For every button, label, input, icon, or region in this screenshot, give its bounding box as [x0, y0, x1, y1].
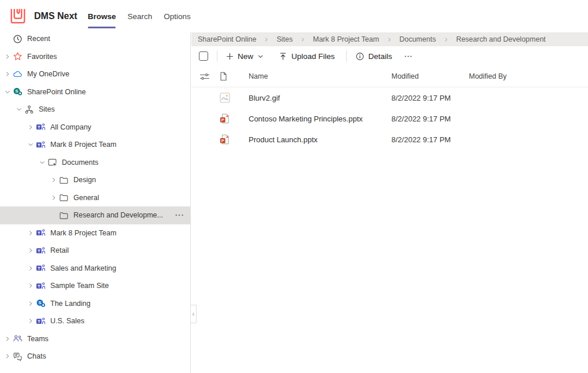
library-icon: [47, 157, 57, 168]
breadcrumb-item-sites[interactable]: Sites: [276, 35, 293, 43]
breadcrumb-item-sharepoint-online[interactable]: SharePoint Online: [198, 35, 256, 43]
sidebar-item-sites[interactable]: Sites: [0, 101, 190, 119]
breadcrumb-item-documents[interactable]: Documents: [400, 35, 436, 43]
toolbar-more-button[interactable]: [404, 52, 413, 61]
sidebar-collapse-button[interactable]: [191, 305, 197, 323]
file-type-column-icon[interactable]: [220, 72, 227, 81]
column-header-modified[interactable]: Modified: [391, 72, 469, 80]
chevron-right-icon[interactable]: [26, 264, 35, 272]
upload-files-button[interactable]: Upload Files: [279, 52, 335, 61]
tab-search[interactable]: Search: [121, 0, 158, 32]
chevron-right-icon[interactable]: [26, 123, 35, 131]
chevron-down-icon[interactable]: [26, 141, 35, 149]
sidebar-item-documents[interactable]: Documents: [0, 154, 190, 172]
details-button[interactable]: Details: [356, 52, 392, 61]
new-button-label: New: [238, 52, 253, 61]
sidebar-item-my-onedrive[interactable]: My OneDrive: [0, 65, 190, 83]
chevron-right-icon[interactable]: [3, 334, 12, 343]
tab-browse[interactable]: Browse: [82, 0, 122, 32]
chevron-down-icon[interactable]: [14, 105, 23, 114]
chevron-right-icon[interactable]: [3, 70, 12, 79]
chevron-right-icon[interactable]: [3, 352, 12, 361]
star-icon: [12, 51, 23, 62]
tab-options[interactable]: Options: [158, 0, 197, 32]
teams-icon: [35, 280, 46, 291]
chevron-right-icon[interactable]: [3, 52, 12, 61]
sidebar-item-chats[interactable]: Chats: [0, 348, 190, 365]
sidebar-item-research-and-developme[interactable]: Research and Developme...···: [0, 206, 190, 224]
breadcrumb-separator-icon: [387, 37, 392, 42]
chevron-right-icon[interactable]: [26, 282, 35, 290]
svg-text:S: S: [38, 300, 42, 305]
breadcrumb-item-research-and-development[interactable]: Research and Development: [456, 35, 546, 43]
sidebar-item-label: Documents: [62, 158, 98, 167]
breadcrumb-item-mark-8-project-team[interactable]: Mark 8 Project Team: [313, 35, 379, 43]
sidebar-item-recent[interactable]: Recent: [0, 32, 190, 48]
new-button[interactable]: New: [226, 52, 264, 61]
powerpoint-file-icon: P: [220, 134, 230, 145]
chevron-right-icon[interactable]: [49, 193, 58, 202]
sidebar-item-the-landing[interactable]: SThe Landing: [0, 295, 190, 313]
breadcrumb-separator-icon: [264, 37, 269, 42]
sidebar-item-teams[interactable]: Teams: [0, 330, 190, 348]
sidebar-item-sales-and-marketing[interactable]: Sales and Marketing: [0, 260, 190, 278]
table-header: Name Modified Modified By: [191, 66, 588, 87]
chevron-right-icon[interactable]: [26, 228, 35, 237]
chevron-down-icon[interactable]: [38, 158, 46, 167]
teams-icon: [35, 263, 46, 274]
teams-icon: [35, 228, 46, 238]
column-header-name[interactable]: Name: [249, 72, 391, 80]
svg-text:P: P: [221, 138, 224, 143]
select-all-checkbox[interactable]: [199, 51, 208, 61]
chevron-right-icon[interactable]: [26, 299, 35, 308]
chat-icon: [12, 351, 23, 361]
chevron-right-icon[interactable]: [49, 176, 58, 184]
sidebar-item-label: The Landing: [50, 300, 91, 308]
file-modified: 8/2/2022 9:17 PM: [391, 115, 469, 123]
app-title: DMS Next: [34, 11, 77, 21]
sidebar-item-retail[interactable]: Retail: [0, 242, 190, 260]
sidebar-item-design[interactable]: Design: [0, 171, 190, 189]
sidebar-item-sharepoint-online[interactable]: SSharePoint Online: [0, 83, 190, 101]
file-name[interactable]: Product Launch.pptx: [249, 135, 391, 144]
sidebar-item-label: Recent: [27, 35, 50, 43]
chevron-left-icon: [191, 309, 195, 319]
details-label: Details: [368, 52, 392, 61]
sidebar-item-label: General: [73, 194, 99, 202]
file-modified: 8/2/2022 9:17 PM: [391, 135, 469, 144]
file-name[interactable]: Contoso Marketing Principles.pptx: [249, 115, 391, 123]
sidebar-item-label: Teams: [27, 335, 49, 343]
file-name[interactable]: Blurv2.gif: [249, 94, 391, 102]
file-row-contoso-marketing-principles-pptx[interactable]: PContoso Marketing Principles.pptx8/2/20…: [191, 108, 588, 129]
folder-icon: [58, 193, 69, 203]
folder-icon: [58, 175, 69, 185]
chevron-right-icon[interactable]: [26, 246, 35, 255]
filter-sliders-icon[interactable]: [199, 72, 210, 81]
chevron-right-icon[interactable]: [26, 317, 35, 326]
file-row-product-launch-pptx[interactable]: PProduct Launch.pptx8/2/2022 9:17 PM: [191, 129, 588, 150]
breadcrumb: SharePoint OnlineSitesMark 8 Project Tea…: [191, 32, 588, 46]
sidebar-item-label: Sites: [39, 105, 55, 113]
sidebar-item-mark-8-project-team[interactable]: Mark 8 Project Team: [0, 136, 190, 154]
dms-logo-icon: [9, 8, 27, 25]
svg-text:P: P: [221, 117, 224, 123]
breadcrumb-separator-icon: [300, 37, 305, 42]
sidebar-item-label: Mark 8 Project Team: [50, 141, 116, 149]
sidebar-item-label: Mark 8 Project Team: [50, 229, 116, 237]
sidebar-item-label: Favorites: [27, 53, 57, 61]
file-row-blurv2-gif[interactable]: Blurv2.gif8/2/2022 9:17 PM: [191, 87, 588, 108]
sidebar-item-general[interactable]: General: [0, 189, 190, 207]
chevron-down-icon: [257, 53, 264, 60]
sidebar-item-sample-team-site[interactable]: Sample Team Site: [0, 277, 190, 295]
sidebar-item-favorites[interactable]: Favorites: [0, 48, 190, 66]
teams-icon: [35, 245, 46, 256]
sidebar-item-label: U.S. Sales: [50, 317, 84, 325]
sidebar-item-mark-8-project-team[interactable]: Mark 8 Project Team: [0, 224, 190, 242]
column-header-modified-by[interactable]: Modified By: [469, 72, 588, 80]
teams-icon: [35, 316, 46, 326]
chevron-down-icon[interactable]: [3, 87, 12, 96]
sidebar-item-all-company[interactable]: All Company: [0, 119, 190, 136]
sidebar-item-u-s-sales[interactable]: U.S. Sales: [0, 312, 190, 330]
toolbar-divider: [346, 50, 347, 62]
sidebar-item-more-button[interactable]: ···: [175, 212, 190, 218]
